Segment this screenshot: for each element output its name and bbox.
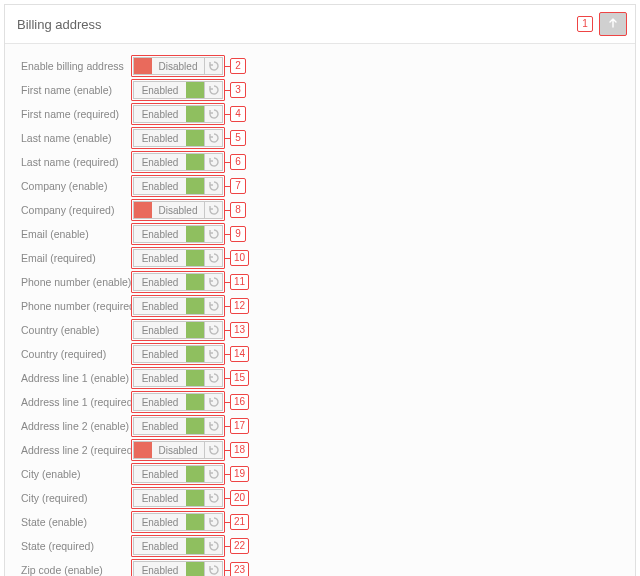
row-callout: 8 xyxy=(230,202,246,218)
toggle-switch[interactable]: Enabled xyxy=(133,345,205,363)
reset-button[interactable] xyxy=(205,561,223,576)
toggle-switch[interactable]: Enabled xyxy=(133,417,205,435)
toggle-switch[interactable]: Enabled xyxy=(133,393,205,411)
setting-label: Last name (required) xyxy=(21,156,131,168)
toggle-switch[interactable]: Enabled xyxy=(133,297,205,315)
toggle-callout-group: Enabled xyxy=(131,367,225,389)
reset-button[interactable] xyxy=(205,177,223,195)
reset-button[interactable] xyxy=(205,201,223,219)
toggle-switch[interactable]: Enabled xyxy=(133,129,205,147)
toggle-callout-group: Disabled xyxy=(131,439,225,461)
reset-button[interactable] xyxy=(205,465,223,483)
reset-button[interactable] xyxy=(205,513,223,531)
toggle-state-label: Enabled xyxy=(134,562,186,576)
toggle-state-label: Enabled xyxy=(134,298,186,314)
toggle-knob-on xyxy=(186,562,204,576)
reset-button[interactable] xyxy=(205,393,223,411)
collapse-button[interactable] xyxy=(599,12,627,36)
toggle-knob-on xyxy=(186,322,204,338)
row-callout: 17 xyxy=(230,418,249,434)
refresh-icon xyxy=(208,228,220,240)
reset-button[interactable] xyxy=(205,345,223,363)
setting-label: City (required) xyxy=(21,492,131,504)
row-callout: 12 xyxy=(230,298,249,314)
toggle-callout-group: Enabled xyxy=(131,175,225,197)
setting-row: Country (enable)Enabled13 xyxy=(21,318,623,342)
setting-row: Last name (required)Enabled6 xyxy=(21,150,623,174)
toggle-switch[interactable]: Enabled xyxy=(133,561,205,576)
toggle-state-label: Enabled xyxy=(134,538,186,554)
setting-label: Last name (enable) xyxy=(21,132,131,144)
toggle-callout-group: Enabled xyxy=(131,223,225,245)
toggle-callout-group: Enabled xyxy=(131,127,225,149)
toggle-switch[interactable]: Enabled xyxy=(133,513,205,531)
toggle-callout-group: Enabled xyxy=(131,415,225,437)
row-callout: 6 xyxy=(230,154,246,170)
toggle-callout-group: Enabled xyxy=(131,559,225,576)
toggle-state-label: Enabled xyxy=(134,490,186,506)
row-callout: 15 xyxy=(230,370,249,386)
toggle-switch[interactable]: Enabled xyxy=(133,465,205,483)
toggle-switch[interactable]: Enabled xyxy=(133,153,205,171)
toggle-switch[interactable]: Enabled xyxy=(133,321,205,339)
reset-button[interactable] xyxy=(205,153,223,171)
header-callout: 1 xyxy=(577,16,593,32)
toggle-knob-on xyxy=(186,346,204,362)
toggle-switch[interactable]: Disabled xyxy=(133,441,205,459)
refresh-icon xyxy=(208,372,220,384)
reset-button[interactable] xyxy=(205,105,223,123)
refresh-icon xyxy=(208,156,220,168)
reset-button[interactable] xyxy=(205,81,223,99)
toggle-switch[interactable]: Enabled xyxy=(133,105,205,123)
refresh-icon xyxy=(208,324,220,336)
reset-button[interactable] xyxy=(205,441,223,459)
toggle-state-label: Enabled xyxy=(134,322,186,338)
reset-button[interactable] xyxy=(205,249,223,267)
toggle-state-label: Enabled xyxy=(134,154,186,170)
toggle-state-label: Enabled xyxy=(134,106,186,122)
toggle-switch[interactable]: Enabled xyxy=(133,225,205,243)
row-callout: 10 xyxy=(230,250,249,266)
setting-row: City (enable)Enabled19 xyxy=(21,462,623,486)
setting-row: Company (enable)Enabled7 xyxy=(21,174,623,198)
setting-label: Country (required) xyxy=(21,348,131,360)
setting-row: Country (required)Enabled14 xyxy=(21,342,623,366)
reset-button[interactable] xyxy=(205,369,223,387)
toggle-knob-on xyxy=(186,538,204,554)
reset-button[interactable] xyxy=(205,537,223,555)
toggle-switch[interactable]: Enabled xyxy=(133,81,205,99)
toggle-state-label: Enabled xyxy=(134,346,186,362)
setting-label: Phone number (required) xyxy=(21,300,131,312)
setting-row: Address line 1 (enable)Enabled15 xyxy=(21,366,623,390)
row-callout: 4 xyxy=(230,106,246,122)
setting-row: State (enable)Enabled21 xyxy=(21,510,623,534)
panel-header-right: 1 xyxy=(577,12,627,36)
toggle-switch[interactable]: Enabled xyxy=(133,369,205,387)
reset-button[interactable] xyxy=(205,489,223,507)
reset-button[interactable] xyxy=(205,321,223,339)
toggle-state-label: Enabled xyxy=(134,370,186,386)
toggle-switch[interactable]: Enabled xyxy=(133,489,205,507)
toggle-switch[interactable]: Enabled xyxy=(133,537,205,555)
refresh-icon xyxy=(208,204,220,216)
refresh-icon xyxy=(208,276,220,288)
toggle-knob-on xyxy=(186,298,204,314)
reset-button[interactable] xyxy=(205,129,223,147)
reset-button[interactable] xyxy=(205,57,223,75)
setting-row: State (required)Enabled22 xyxy=(21,534,623,558)
toggle-switch[interactable]: Disabled xyxy=(133,201,205,219)
toggle-knob-on xyxy=(186,490,204,506)
toggle-state-label: Enabled xyxy=(134,226,186,242)
toggle-knob-off xyxy=(134,442,152,458)
row-callout: 14 xyxy=(230,346,249,362)
toggle-switch[interactable]: Enabled xyxy=(133,177,205,195)
toggle-switch[interactable]: Disabled xyxy=(133,57,205,75)
reset-button[interactable] xyxy=(205,225,223,243)
row-callout: 5 xyxy=(230,130,246,146)
toggle-switch[interactable]: Enabled xyxy=(133,249,205,267)
toggle-switch[interactable]: Enabled xyxy=(133,273,205,291)
reset-button[interactable] xyxy=(205,417,223,435)
row-callout: 11 xyxy=(230,274,249,290)
reset-button[interactable] xyxy=(205,297,223,315)
reset-button[interactable] xyxy=(205,273,223,291)
